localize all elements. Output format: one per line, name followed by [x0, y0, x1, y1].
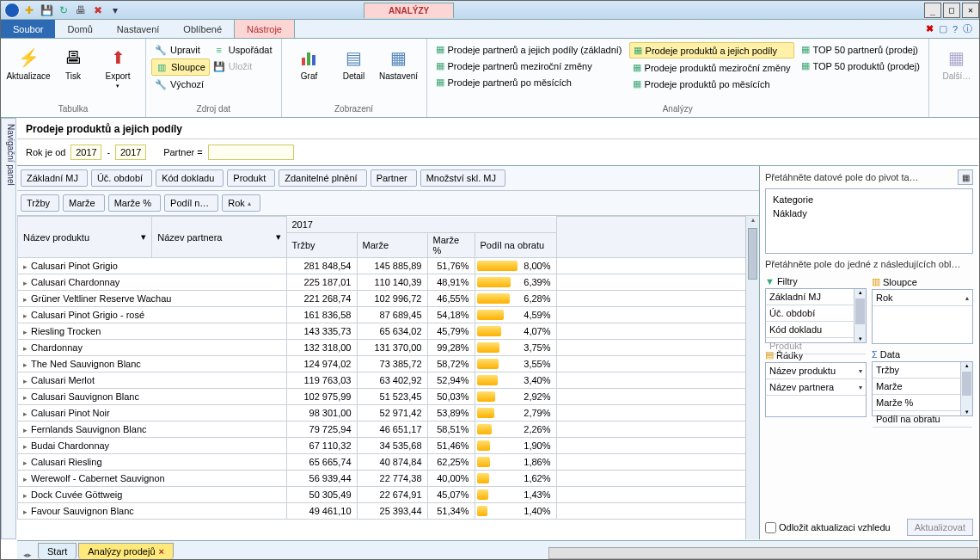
table-row[interactable]: ▸Dock Cuvée Göttweig50 305,4922 674,9145… — [18, 487, 746, 503]
menu-soubor[interactable]: Soubor — [1, 20, 55, 38]
info-icon[interactable]: ⓘ — [963, 22, 972, 35]
expand-icon[interactable]: ▸ — [23, 279, 28, 287]
expand-icon[interactable]: ▸ — [23, 491, 28, 500]
dim-chip[interactable]: Rok ▴ — [222, 194, 260, 212]
menu-domu[interactable]: Domů — [55, 20, 104, 38]
ribbon-export[interactable]: ⬆ Export ▾ — [95, 42, 140, 89]
link-top50-partneri[interactable]: ▦TOP 50 partnerů (prodej) — [798, 42, 923, 57]
fp-item-naklady[interactable]: Náklady — [769, 206, 969, 220]
ribbon-vychozi[interactable]: 🔧Výchozí — [151, 77, 210, 92]
ribbon-usporadat[interactable]: ≡Uspořádat — [210, 42, 276, 58]
fp-chip[interactable]: Úč. období — [766, 305, 866, 322]
link-partneri-zmeny[interactable]: ▦Prodeje partnerů meziroční změny — [432, 58, 626, 73]
table-row[interactable]: ▸Favour Sauvignon Blanc49 461,1025 393,4… — [18, 503, 746, 520]
fp-chip[interactable]: Název produktu▾ — [766, 363, 866, 379]
link-produkty-podily[interactable]: ▦Prodeje produktů a jejich podíly — [629, 42, 794, 58]
link-partneri-mesice[interactable]: ▦Prodeje partnerů po měsících — [432, 75, 626, 89]
link-produkty-mesice[interactable]: ▦Prodeje produktů po měsících — [629, 77, 794, 91]
ribbon-aktualizace[interactable]: ⚡ Aktualizace — [6, 42, 51, 81]
close-tab-icon[interactable]: ✖ — [926, 23, 934, 34]
plus-icon[interactable]: ✚ — [21, 3, 37, 18]
expand-icon[interactable]: ▸ — [23, 344, 28, 353]
table-row[interactable]: ▸Werewolf - Cabernet Sauvignon56 939,442… — [18, 471, 746, 487]
year-to-input[interactable] — [115, 145, 146, 160]
minimize-button[interactable]: _ — [924, 3, 941, 18]
delete-icon[interactable]: ✖ — [90, 3, 106, 18]
table-row[interactable]: ▸Calusari Chardonnay225 187,01110 140,39… — [18, 274, 746, 291]
link-top50-produkty[interactable]: ▦TOP 50 produktů (prodej) — [798, 58, 923, 73]
fp-chip[interactable]: Marže — [873, 378, 972, 395]
ribbon-ulozit[interactable]: 💾Uložit — [210, 58, 276, 74]
link-produkty-zmeny[interactable]: ▦Prodeje produktů meziroční změny — [629, 60, 794, 75]
expand-icon[interactable]: ▸ — [23, 295, 28, 304]
dim-chip[interactable]: Partner — [371, 169, 417, 187]
defer-checkbox[interactable]: Odložit aktualizaci vzhledu — [765, 522, 891, 533]
col-marzep[interactable]: Marže % — [427, 233, 475, 258]
col-podil[interactable]: Podíl na obratu — [475, 233, 556, 258]
scrollbar[interactable]: ▴▾ — [960, 362, 972, 415]
menu-oblibene[interactable]: Oblíbené — [171, 20, 234, 38]
expand-icon[interactable]: ▸ — [23, 442, 28, 451]
dim-chip[interactable]: Zdanitelné plnění — [279, 169, 366, 187]
menu-nastroje[interactable]: Nástroje — [234, 20, 295, 38]
chevron-down-icon[interactable]: ▾ — [141, 231, 146, 243]
dim-chip[interactable]: Tržby — [21, 194, 59, 212]
table-row[interactable]: ▸Calusari Pinot Noir98 301,0052 971,4253… — [18, 405, 746, 422]
tab-start[interactable]: Start — [38, 543, 77, 559]
partner-input[interactable] — [208, 145, 294, 160]
table-row[interactable]: ▸Calusari Riesling65 665,7440 874,8462,2… — [18, 454, 746, 471]
table-row[interactable]: ▸Riesling Trocken143 335,7365 634,0245,7… — [18, 323, 746, 340]
dim-chip[interactable]: Základní MJ — [21, 169, 88, 187]
maximize-button[interactable]: □ — [943, 3, 960, 18]
col-marze[interactable]: Marže — [357, 233, 427, 258]
horizontal-scrollbar[interactable] — [548, 547, 978, 559]
expand-icon[interactable]: ▸ — [23, 360, 28, 369]
table-row[interactable]: ▸Calusari Merlot119 763,0363 402,9252,94… — [18, 372, 746, 389]
vertical-scrollbar[interactable]: ▴ — [745, 216, 759, 539]
save-icon[interactable]: 💾 — [39, 3, 54, 18]
chevron-down-icon[interactable]: ▾ — [276, 231, 281, 243]
table-row[interactable]: ▸Calusari Pinot Grigio - rosé161 836,588… — [18, 307, 746, 323]
expand-icon[interactable]: ▸ — [23, 458, 28, 467]
expand-icon[interactable]: ▸ — [23, 409, 28, 418]
update-button[interactable]: Aktualizovat — [907, 519, 973, 536]
expand-icon[interactable]: ▸ — [23, 262, 28, 271]
close-button[interactable]: ✕ — [962, 3, 979, 18]
expand-icon[interactable]: ▸ — [23, 377, 28, 385]
refresh-icon[interactable]: ↻ — [56, 3, 71, 18]
qat-dropdown-icon[interactable]: ▾ — [107, 3, 123, 18]
fp-chip[interactable]: Produkt — [766, 338, 866, 354]
fp-chip[interactable]: Rok▴ — [873, 290, 972, 306]
tab-close-icon[interactable]: × — [159, 546, 164, 557]
dim-chip[interactable]: Marže — [63, 194, 105, 212]
dim-chip[interactable]: Marže % — [108, 194, 161, 212]
expand-icon[interactable]: ▸ — [23, 311, 28, 320]
pivot-grid[interactable]: Název produktu▾ Název partnera▾ 2017 — [17, 216, 745, 539]
table-row[interactable]: ▸Fernlands Sauvignon Blanc79 725,9446 65… — [18, 422, 746, 438]
scrollbar[interactable]: ▴▾ — [854, 289, 866, 342]
table-row[interactable]: ▸Grüner Veltliner Reserve Wachau221 268,… — [18, 291, 746, 307]
fp-item-kategorie[interactable]: Kategorie — [769, 193, 969, 206]
fp-chip[interactable]: Marže % — [873, 395, 972, 411]
dim-chip[interactable]: Množství skl. MJ — [420, 169, 505, 187]
table-row[interactable]: ▸Calusari Sauvignon Blanc102 975,9951 52… — [18, 389, 746, 405]
table-row[interactable]: ▸Chardonnay132 318,00131 370,0099,28%3,7… — [18, 340, 746, 356]
window-icon[interactable]: ▢ — [939, 23, 947, 34]
menu-nastaveni[interactable]: Nastavení — [105, 20, 172, 38]
expand-icon[interactable]: ▸ — [23, 426, 28, 434]
expand-icon[interactable]: ▸ — [23, 475, 28, 483]
year-from-input[interactable] — [70, 145, 101, 160]
fp-chip[interactable]: Podíl na obratu — [873, 411, 972, 428]
dim-chip[interactable]: Podíl n… — [164, 194, 218, 212]
fp-chip[interactable]: Tržby — [873, 362, 972, 378]
fp-chip[interactable]: Základní MJ — [766, 289, 866, 305]
table-row[interactable]: ▸Budai Chardonnay67 110,3234 535,6851,46… — [18, 438, 746, 454]
expand-icon[interactable]: ▸ — [23, 393, 28, 402]
ribbon-sloupce[interactable]: ▥Sloupce — [151, 58, 210, 76]
ribbon-dalsi[interactable]: ▦ Další… — [934, 42, 979, 81]
fp-chip[interactable]: Název partnera▾ — [766, 379, 866, 396]
fp-available[interactable]: Kategorie Náklady — [765, 188, 973, 254]
dim-chip[interactable]: Produkt — [227, 169, 275, 187]
fp-chip[interactable]: Kód dokladu — [766, 322, 866, 338]
ribbon-upravit[interactable]: 🔧Upravit — [151, 42, 210, 58]
